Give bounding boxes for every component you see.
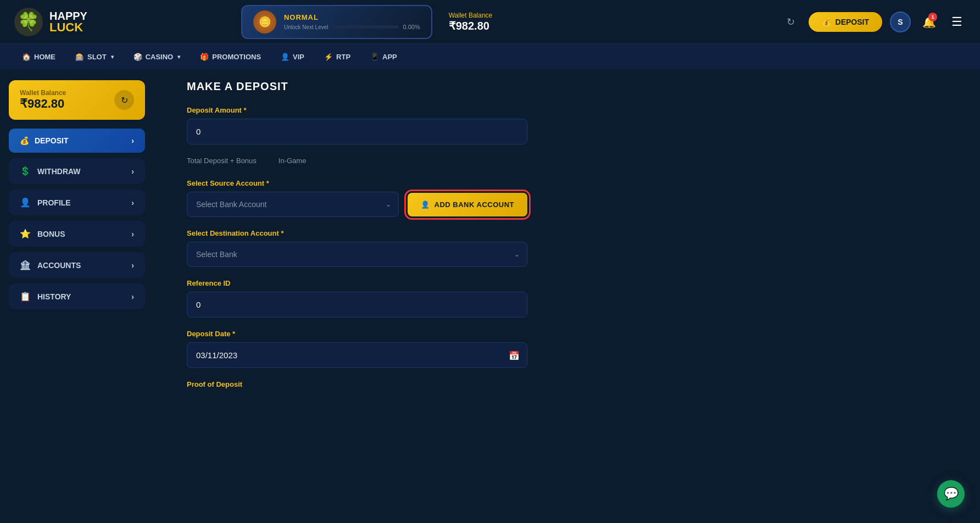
home-icon: 🏠 — [22, 53, 31, 61]
source-account-select[interactable]: Select Bank Account — [187, 192, 399, 217]
deposit-amount-group: Deposit Amount — [187, 106, 527, 144]
sidebar-refresh-button[interactable]: ↻ — [114, 90, 134, 110]
source-account-label: Select Source Account — [187, 179, 527, 187]
level-bar-container: Unlock Next Level 0.00% — [284, 24, 420, 30]
chat-button[interactable]: 💬 — [937, 480, 965, 508]
history-icon: 📋 — [20, 291, 31, 302]
sidebar-accounts-left: 🏦 ACCOUNTS — [20, 260, 81, 270]
deposit-amount-input[interactable] — [187, 119, 527, 144]
sidebar-deposit-button[interactable]: 💰 DEPOSIT › — [9, 129, 145, 153]
add-bank-icon: 👤 — [421, 201, 430, 209]
logo-luck: LUCK — [49, 21, 87, 34]
header-wallet-balance: Wallet Balance ₹982.80 — [449, 12, 493, 32]
svg-text:🍀: 🍀 — [18, 11, 40, 32]
nav-promotions-label: PROMOTIONS — [212, 53, 261, 61]
header-right: ↻ 💰 DEPOSIT S 🔔 1 ☰ — [781, 12, 967, 32]
nav-casino-label: CASINO — [146, 53, 174, 61]
logo-text: HAPPY LUCK — [49, 10, 87, 34]
nav-item-promotions[interactable]: 🎁 PROMOTIONS — [191, 48, 270, 65]
in-game-item: In-Game — [279, 157, 307, 167]
nav-item-app[interactable]: 📱 APP — [361, 48, 406, 65]
notification-button[interactable]: 🔔 1 — [918, 12, 939, 32]
withdraw-chevron-icon: › — [131, 167, 134, 176]
nav-home-label: HOME — [34, 53, 55, 61]
header-wallet-amount: ₹982.80 — [449, 19, 493, 32]
main-layout: Wallet Balance ₹982.80 ↻ 💰 DEPOSIT › 💲 W… — [0, 69, 980, 523]
nav-slot-label: SLOT — [87, 53, 107, 61]
reference-id-group: Reference ID — [187, 279, 527, 318]
nav-item-slot[interactable]: 🎰 SLOT ▾ — [66, 48, 122, 65]
nav-app-label: APP — [382, 53, 397, 61]
header-wallet-label: Wallet Balance — [449, 12, 493, 19]
destination-account-label: Select Destination Account — [187, 229, 527, 237]
hamburger-menu-button[interactable]: ☰ — [947, 12, 967, 32]
sidebar-wallet-card: Wallet Balance ₹982.80 ↻ — [9, 80, 145, 120]
sidebar-profile-left: 👤 PROFILE — [20, 197, 71, 208]
history-chevron-icon: › — [131, 292, 134, 301]
vip-icon: 👤 — [281, 53, 289, 61]
sidebar-item-history[interactable]: 📋 HISTORY › — [9, 283, 145, 309]
level-pct: 0.00% — [403, 24, 420, 30]
slot-icon: 🎰 — [75, 53, 84, 61]
level-info: NORMAL Unlock Next Level 0.00% — [284, 13, 420, 30]
deposit-chevron-icon: › — [131, 136, 134, 145]
accounts-icon: 🏦 — [20, 260, 31, 270]
notification-badge: 1 — [928, 13, 937, 21]
slot-arrow-icon: ▾ — [111, 54, 114, 60]
bonus-icon: ⭐ — [20, 229, 31, 239]
nav-vip-label: VIP — [293, 53, 304, 61]
withdraw-icon: 💲 — [20, 166, 31, 176]
promotions-icon: 🎁 — [200, 53, 209, 61]
sidebar-withdraw-left: 💲 WITHDRAW — [20, 166, 81, 176]
level-bar — [333, 25, 399, 29]
nav-rtp-label: RTP — [336, 53, 350, 61]
avatar-button[interactable]: S — [890, 12, 911, 32]
calendar-icon: 📅 — [509, 350, 520, 360]
in-game-label: In-Game — [279, 157, 307, 165]
destination-account-select-wrapper: Select Bank ⌄ — [187, 242, 527, 267]
deposit-coin-icon: 💰 — [822, 18, 831, 26]
deposit-amount-label: Deposit Amount — [187, 106, 527, 114]
deposit-form: Deposit Amount Total Deposit + Bonus In-… — [187, 106, 527, 388]
header-deposit-button[interactable]: 💰 DEPOSIT — [809, 12, 882, 32]
profile-icon: 👤 — [20, 197, 31, 208]
destination-account-select[interactable]: Select Bank — [187, 242, 527, 267]
level-badge: 🪙 NORMAL Unlock Next Level 0.00% — [241, 5, 432, 39]
level-unlock-label: Unlock Next Level — [284, 24, 328, 30]
add-bank-account-button[interactable]: 👤 ADD BANK ACCOUNT — [408, 193, 527, 216]
casino-arrow-icon: ▾ — [177, 54, 180, 60]
accounts-chevron-icon: › — [131, 261, 134, 270]
logo-happy: HAPPY — [49, 10, 87, 21]
sidebar-withdraw-label: WITHDRAW — [37, 167, 81, 176]
avatar-label: S — [898, 18, 903, 26]
source-account-select-wrapper: Select Bank Account ⌄ — [187, 192, 399, 217]
total-deposit-label: Total Deposit + Bonus — [187, 157, 257, 165]
level-coin-icon: 🪙 — [253, 10, 276, 34]
sidebar-item-bonus[interactable]: ⭐ BONUS › — [9, 221, 145, 247]
deposit-date-wrapper: 📅 — [187, 342, 527, 368]
sidebar-profile-label: PROFILE — [37, 198, 71, 207]
deposit-btn-left: 💰 DEPOSIT — [20, 136, 68, 145]
casino-icon: 🎲 — [133, 53, 142, 61]
sidebar-item-withdraw[interactable]: 💲 WITHDRAW › — [9, 158, 145, 184]
rtp-icon: ⚡ — [324, 53, 333, 61]
total-deposit-item: Total Deposit + Bonus — [187, 157, 257, 167]
sidebar-deposit-label: DEPOSIT — [35, 136, 68, 145]
sidebar-accounts-label: ACCOUNTS — [37, 261, 81, 270]
sidebar-wallet-label: Wallet Balance — [20, 89, 66, 97]
sidebar-item-accounts[interactable]: 🏦 ACCOUNTS › — [9, 252, 145, 278]
nav-item-casino[interactable]: 🎲 CASINO ▾ — [125, 48, 190, 65]
bonus-chevron-icon: › — [131, 230, 134, 238]
header-refresh-button[interactable]: ↻ — [781, 12, 801, 32]
sidebar-item-profile[interactable]: 👤 PROFILE › — [9, 190, 145, 215]
add-bank-label: ADD BANK ACCOUNT — [435, 201, 514, 209]
nav-item-rtp[interactable]: ⚡ RTP — [315, 48, 359, 65]
logo-icon: 🍀 — [13, 7, 44, 37]
content-area: MAKE A DEPOSIT Deposit Amount Total Depo… — [154, 69, 980, 523]
profile-chevron-icon: › — [131, 198, 134, 207]
nav-item-vip[interactable]: 👤 VIP — [272, 48, 313, 65]
nav-item-home[interactable]: 🏠 HOME — [13, 48, 64, 65]
reference-id-input[interactable] — [187, 292, 527, 318]
deposit-bonus-row: Total Deposit + Bonus In-Game — [187, 157, 527, 167]
deposit-date-input[interactable] — [187, 342, 527, 368]
